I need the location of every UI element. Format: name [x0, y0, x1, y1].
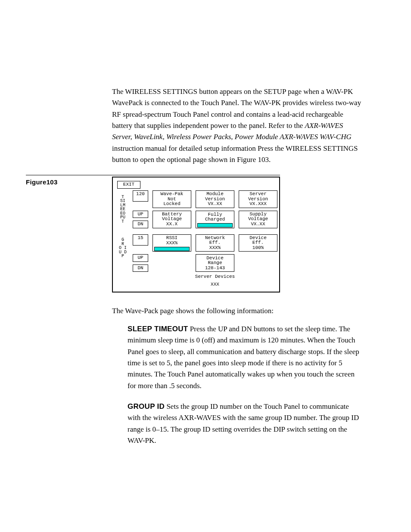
group-id-paragraph: GROUP ID Sets the group ID number on the…: [128, 401, 362, 446]
sleep-timeout-vlabel: TSILMEEEOPU T: [117, 195, 128, 224]
sleep-timeout-body: Press the UP and DN buttons to set the s…: [128, 325, 359, 390]
device-eff-display: DeviceEff.100%: [239, 234, 277, 252]
device-range-display: DeviceRange128-143: [196, 254, 234, 272]
body-column: The WIRELESS SETTINGS button appears on …: [112, 86, 362, 446]
panel-grid: TSILMEEEOPU T 120 Wave-PakNotLocked Modu…: [117, 190, 275, 287]
after-figure-paragraph: The Wave-Pack page shows the following i…: [112, 305, 362, 317]
battery-voltage-display: BatteryVoltageXX.X: [153, 211, 191, 228]
wavepack-panel: EXIT TSILMEEEOPU T 120 Wave-PakNotLocked…: [112, 177, 280, 292]
server-devices-value: XXX: [153, 282, 277, 287]
group-id-vlabel: GRO IU DP: [117, 238, 128, 258]
server-version-display: ServerVersionVX.XXX: [239, 190, 277, 208]
group-up-button[interactable]: UP: [133, 254, 148, 262]
rssi-bar: [154, 247, 190, 251]
network-eff-display: NetworkEff.XXX%: [196, 234, 234, 252]
wavepak-status-display: Wave-PakNotLocked: [153, 190, 191, 208]
supply-voltage-display: SupplyVoltageVX.XX: [239, 211, 277, 228]
sleep-value-display: 120: [133, 190, 148, 202]
group-id-heading: GROUP ID: [128, 402, 165, 411]
sleep-up-button[interactable]: UP: [133, 211, 148, 218]
group-value-display: 15: [133, 234, 148, 246]
exit-button[interactable]: EXIT: [117, 181, 140, 189]
sleep-timeout-paragraph: SLEEP TIMEOUT Press the UP and DN button…: [128, 324, 362, 392]
server-devices-label: Server Devices: [153, 274, 277, 280]
module-version-display: ModuleVersionVX.XX: [196, 190, 234, 208]
figure-103: Figure103 EXIT TSILMEEEOPU T 120 Wave-Pa…: [112, 177, 362, 292]
sleep-timeout-heading: SLEEP TIMEOUT: [128, 325, 188, 333]
figure-label: Figure103: [26, 178, 99, 186]
fully-charged-display: FullyCharged: [196, 211, 234, 228]
charge-bar: [197, 223, 233, 227]
rssi-display: RSSIXXX%: [153, 234, 191, 252]
group-dn-button[interactable]: DN: [133, 264, 148, 272]
intro-paragraph: The WIRELESS SETTINGS button appears on …: [112, 86, 362, 165]
intro-text-b: instruction manual for detailed setup in…: [112, 144, 358, 164]
sleep-dn-button[interactable]: DN: [133, 221, 148, 228]
definitions-block: SLEEP TIMEOUT Press the UP and DN button…: [128, 324, 362, 446]
figure-rule: [26, 175, 280, 175]
document-page: The WIRELESS SETTINGS button appears on …: [0, 0, 411, 482]
